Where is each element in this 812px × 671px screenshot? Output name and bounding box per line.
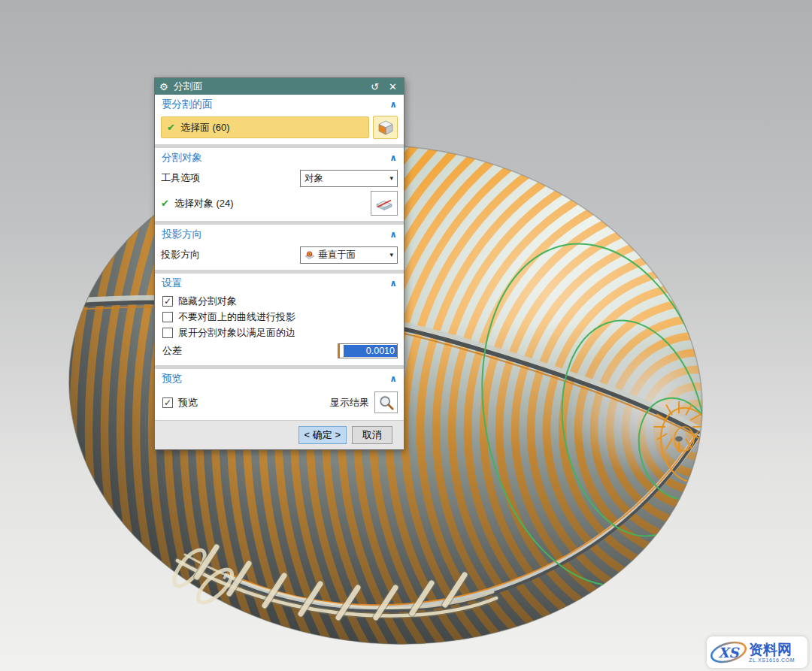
tolerance-input[interactable]: 0.0010 [338,343,398,358]
section-preview: 预览 ∧ ✓ 预览 显示结果 [155,369,404,420]
seam-pole-point [675,437,683,442]
gear-icon: ⚙ [159,82,168,92]
section-header-preview[interactable]: 预览 ∧ [155,369,404,388]
divide-face-icon [374,195,394,213]
option-label: 不要对面上的曲线进行投影 [178,310,295,324]
reset-icon[interactable]: ↺ [368,82,381,92]
chevron-up-icon[interactable]: ∧ [389,153,397,163]
section-header-settings[interactable]: 设置 ∧ [155,274,404,293]
face-rule-button[interactable] [373,116,398,139]
preview-label: 预览 [178,396,198,410]
tool-option-label: 工具选项 [161,171,300,185]
section-title: 要分割的面 [162,98,213,111]
logo-text: XS [718,645,740,660]
tool-option-value: 对象 [304,172,386,185]
chevron-up-icon[interactable]: ∧ [389,373,397,384]
checkbox-unchecked[interactable] [162,312,173,322]
show-result-button[interactable] [374,391,398,413]
application-window: ⚙ 分割面 ↺ ✕ 要分割的面 ∧ ✔ 选择面 (60) [0,0,812,671]
tolerance-value: 0.0010 [344,345,397,357]
chevron-up-icon[interactable]: ∧ [389,278,397,289]
watermark-badge: XS 资料网 ZL.XS1616.COM [707,636,807,668]
select-face-label: 选择面 (60) [180,121,230,135]
magnifier-icon [378,394,395,411]
option-extend-divide-object[interactable]: 展开分割对象以满足面的边 [155,325,404,340]
chevron-up-icon[interactable]: ∧ [389,99,397,110]
section-title: 投影方向 [162,228,202,241]
checkbox-checked[interactable]: ✓ [162,296,173,307]
section-header-faces[interactable]: 要分割的面 ∧ [155,95,404,114]
green-check-icon: ✔ [161,198,169,209]
section-header-projection[interactable]: 投影方向 ∧ [155,225,404,244]
football-body [0,0,812,671]
divide-object-button[interactable] [371,191,398,216]
select-face-row[interactable]: ✔ 选择面 (60) [161,116,369,138]
dialog-footer: < 确定 > 取消 [155,420,404,449]
select-object-label: 选择对象 (24) [174,197,234,210]
section-title: 预览 [162,372,182,385]
option-label: 隐藏分割对象 [178,295,237,308]
close-icon[interactable]: ✕ [386,82,399,92]
section-divide-object: 分割对象 ∧ 工具选项 对象 ▾ ✔ 选择对象 (24) [155,148,404,221]
green-check-icon: ✔ [167,122,175,133]
tool-option-select[interactable]: 对象 ▾ [300,170,398,187]
option-label: 展开分割对象以满足面的边 [178,326,295,340]
watermark-name: 资料网 [749,642,795,657]
option-no-project-curves[interactable]: 不要对面上的曲线进行投影 [155,309,404,325]
normal-to-face-icon [304,250,315,259]
caret-down-icon: ▾ [389,174,393,182]
caret-down-icon: ▾ [389,251,393,258]
section-settings: 设置 ∧ ✓ 隐藏分割对象 不要对面上的曲线进行投影 展开分割对象以满足面的边 … [155,274,404,365]
projection-direction-label: 投影方向 [161,248,300,261]
checkbox-unchecked[interactable] [162,328,173,338]
option-hide-divide-object[interactable]: ✓ 隐藏分割对象 [155,293,404,309]
projection-direction-select[interactable]: 垂直于面 ▾ [300,246,398,264]
divide-face-dialog: ⚙ 分割面 ↺ ✕ 要分割的面 ∧ ✔ 选择面 (60) [154,77,404,450]
section-header-divide-object[interactable]: 分割对象 ∧ [155,148,404,168]
projection-direction-value: 垂直于面 [318,249,386,261]
checkbox-preview[interactable]: ✓ [162,397,173,408]
dialog-title: 分割面 [174,80,203,93]
chevron-up-icon[interactable]: ∧ [389,229,397,240]
watermark-url: ZL.XS1616.COM [749,657,795,663]
cancel-button[interactable]: 取消 [352,426,392,444]
section-title: 设置 [162,277,182,290]
cube-icon [377,119,395,137]
tolerance-label: 公差 [162,344,338,358]
section-faces-to-divide: 要分割的面 ∧ ✔ 选择面 (60) [155,95,404,144]
ok-button[interactable]: < 确定 > [298,426,347,444]
show-result-label: 显示结果 [330,396,369,410]
viewport-3d-model[interactable] [0,0,812,671]
xs-logo: XS [709,638,748,666]
section-title: 分割对象 [162,151,202,165]
dialog-titlebar[interactable]: ⚙ 分割面 ↺ ✕ [155,78,404,95]
section-projection: 投影方向 ∧ 投影方向 垂直于面 ▾ [155,225,404,270]
